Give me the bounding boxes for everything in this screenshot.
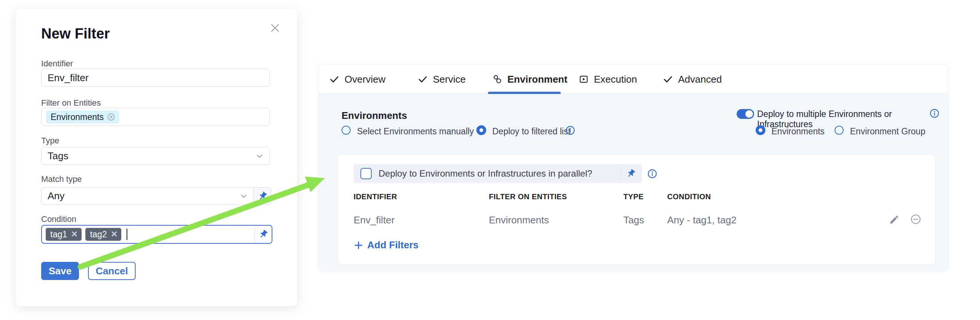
deploy-multiple-toggle[interactable] <box>737 109 754 119</box>
radio-deploy-filtered-label: Deploy to filtered list <box>492 127 571 136</box>
info-icon[interactable] <box>647 169 657 179</box>
condition-chip: tag1 ✕ <box>46 228 82 241</box>
environments-heading: Environments <box>342 110 407 122</box>
radio-environments-label: Environments <box>772 127 825 136</box>
col-header-type: TYPE <box>624 192 644 201</box>
radio-environments[interactable] <box>756 125 765 135</box>
stage-tabbar: Overview Service Environment Execution A… <box>319 65 948 94</box>
tab-execution[interactable]: Execution <box>578 65 637 94</box>
check-icon <box>663 74 673 84</box>
tab-label: Execution <box>594 74 637 85</box>
tab-label: Environment <box>508 74 568 85</box>
tab-advanced[interactable]: Advanced <box>663 65 722 94</box>
parallel-checkbox-bar: Deploy to Environments or Infrastructure… <box>354 164 642 183</box>
condition-label: Condition <box>41 214 76 224</box>
text-caret <box>127 229 127 240</box>
pipeline-stage-panel: Overview Service Environment Execution A… <box>318 64 948 271</box>
cell-identifier: Env_filter <box>354 214 395 226</box>
match-type-select[interactable]: Any <box>41 187 254 205</box>
type-label: Type <box>41 136 59 146</box>
type-select[interactable]: Tags <box>41 147 270 165</box>
new-filter-dialog: New Filter Identifier Filter on Entities… <box>15 8 298 307</box>
cell-condition: Any - tag1, tag2 <box>667 214 737 226</box>
radio-environment-group[interactable] <box>835 126 844 135</box>
info-icon[interactable] <box>929 108 940 119</box>
save-button[interactable]: Save <box>41 262 79 280</box>
chevron-down-icon <box>239 192 248 201</box>
cell-type: Tags <box>624 214 644 226</box>
entities-chip-label: Environments <box>51 112 104 122</box>
check-icon <box>417 74 428 84</box>
remove-row-icon[interactable] <box>910 214 921 225</box>
add-filters-button[interactable]: Add Filters <box>354 239 418 251</box>
tab-service[interactable]: Service <box>417 65 466 94</box>
filters-card: Deploy to Environments or Infrastructure… <box>338 154 935 265</box>
parallel-checkbox-label: Deploy to Environments or Infrastructure… <box>379 168 620 179</box>
match-type-select-value: Any <box>48 190 65 202</box>
environment-tab-body: Environments Select Environments manuall… <box>319 94 948 271</box>
info-icon[interactable] <box>565 125 575 135</box>
radio-select-manually-label: Select Environments manually <box>357 127 474 136</box>
radio-select-manually[interactable] <box>342 126 351 135</box>
condition-chip-label: tag2 <box>90 230 107 240</box>
col-header-filter-on-entities: FILTER ON ENTITIES <box>489 192 567 201</box>
parallel-checkbox[interactable] <box>360 168 372 179</box>
environment-icon <box>492 74 503 84</box>
filter-on-entities-input[interactable]: Environments <box>41 108 270 126</box>
cancel-button[interactable]: Cancel <box>88 262 136 280</box>
tab-label: Overview <box>345 74 385 85</box>
type-select-value: Tags <box>48 150 68 162</box>
add-filters-label: Add Filters <box>367 239 418 251</box>
edit-pencil-icon[interactable] <box>889 214 899 225</box>
chip-remove-icon[interactable] <box>107 113 115 121</box>
chip-remove-icon[interactable]: ✕ <box>71 230 78 239</box>
divider <box>620 167 621 180</box>
match-type-pin-button[interactable] <box>254 187 271 205</box>
filter-on-entities-label: Filter on Entities <box>41 98 101 108</box>
chevron-down-icon <box>255 152 264 161</box>
col-header-condition: CONDITION <box>667 192 711 201</box>
identifier-label: Identifier <box>41 59 73 69</box>
check-icon <box>329 74 340 84</box>
match-type-label: Match type <box>41 174 82 184</box>
condition-chip-label: tag1 <box>50 230 67 240</box>
condition-pin-button[interactable] <box>254 226 272 243</box>
tab-label: Advanced <box>678 74 722 85</box>
close-icon[interactable] <box>269 22 281 33</box>
execution-icon <box>578 74 589 84</box>
radio-deploy-filtered[interactable] <box>476 125 486 135</box>
parallel-pin-button[interactable] <box>626 169 636 179</box>
tab-environment[interactable]: Environment <box>492 65 568 94</box>
tab-label: Service <box>433 74 466 85</box>
identifier-input[interactable] <box>41 69 270 87</box>
col-header-identifier: IDENTIFIER <box>354 192 397 201</box>
condition-input[interactable]: tag1 ✕ tag2 ✕ <box>41 225 272 244</box>
dialog-title: New Filter <box>41 26 110 42</box>
entities-chip: Environments <box>46 111 119 124</box>
condition-chip: tag2 ✕ <box>85 228 121 241</box>
cell-filter-on-entities: Environments <box>489 214 549 226</box>
plus-icon <box>354 240 363 250</box>
radio-environment-group-label: Environment Group <box>850 127 925 136</box>
chip-remove-icon[interactable]: ✕ <box>111 230 118 239</box>
tab-overview[interactable]: Overview <box>329 65 385 94</box>
